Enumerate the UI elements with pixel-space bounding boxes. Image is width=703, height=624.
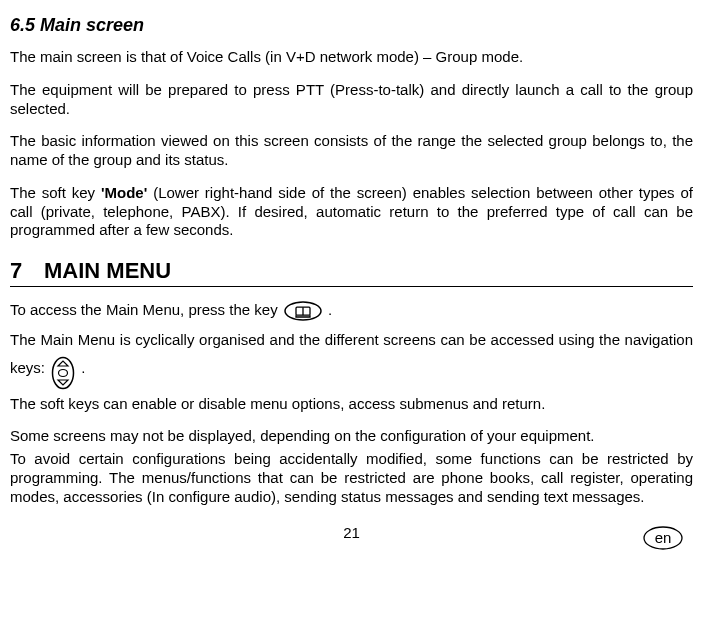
section-6-5-p4: The soft key 'Mode' (Lower right-hand si… (10, 184, 693, 240)
page-footer: 21 en (10, 524, 693, 554)
mode-label: 'Mode' (101, 184, 147, 201)
menu-key-icon (284, 301, 322, 321)
svg-point-4 (59, 369, 68, 376)
p4-part-a: The soft key (10, 184, 101, 201)
section-7-number: 7 (10, 258, 44, 284)
section-7-p2: The Main Menu is cyclically organised an… (10, 331, 693, 389)
lang-text: en (655, 529, 672, 546)
section-rule (10, 286, 693, 287)
page-number: 21 (343, 524, 360, 541)
svg-point-3 (53, 357, 74, 388)
p1-part-b: . (328, 301, 332, 318)
section-7-title: MAIN MENU (44, 258, 171, 283)
p2-part-b: . (81, 359, 85, 376)
section-7-p5: To avoid certain configurations being ac… (10, 450, 693, 506)
p1-part-a: To access the Main Menu, press the key (10, 301, 282, 318)
section-7-p1: To access the Main Menu, press the key . (10, 301, 693, 321)
section-7-p3: The soft keys can enable or disable menu… (10, 395, 693, 414)
p2-part-a: The Main Menu is cyclically organised an… (10, 331, 693, 376)
section-7-heading: 7MAIN MENU (10, 258, 693, 284)
section-6-5-p1: The main screen is that of Voice Calls (… (10, 48, 693, 67)
language-badge: en (643, 526, 683, 550)
section-7-p4: Some screens may not be displayed, depen… (10, 427, 693, 446)
navigation-key-icon (51, 356, 75, 395)
section-6-5-heading: 6.5 Main screen (10, 15, 693, 36)
section-6-5-p2: The equipment will be prepared to press … (10, 81, 693, 119)
section-6-5-p3: The basic information viewed on this scr… (10, 132, 693, 170)
